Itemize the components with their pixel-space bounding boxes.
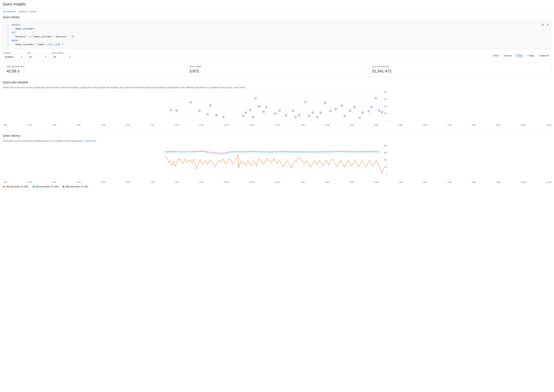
- svg-text:20s: 20s: [384, 112, 387, 114]
- scatter-dot[interactable]: [222, 116, 225, 118]
- copy-icon: ⧉: [542, 23, 544, 26]
- scatter-dot[interactable]: [361, 111, 364, 114]
- scatter-dot[interactable]: [292, 110, 294, 112]
- scatter-dot[interactable]: [370, 106, 373, 108]
- user-filter-select[interactable]: All ▾: [27, 54, 49, 59]
- code-line-6: 6 "demo_customer"."name"::text LIKE ?: [6, 42, 548, 46]
- scatter-dot[interactable]: [294, 116, 297, 118]
- stat-times-called-value: 3,872: [189, 69, 365, 73]
- query-latency-chart-wrapper: 80s 60s 40s 20s 0: [3, 145, 551, 183]
- scatter-dot[interactable]: [245, 111, 247, 114]
- close-icon: ✕: [547, 23, 549, 26]
- database-filter-label: Database: [3, 52, 24, 54]
- scatter-dot[interactable]: [308, 115, 310, 117]
- scatter-dot[interactable]: [375, 97, 377, 99]
- time-btn-7days[interactable]: 7 days: [525, 53, 536, 58]
- client-address-value: All: [53, 56, 56, 58]
- breadcrumb-prodtest[interactable]: prodtest: [19, 10, 27, 13]
- database-filter-value: postgres: [5, 56, 14, 58]
- scatter-dot[interactable]: [319, 111, 322, 114]
- scatter-dot[interactable]: [298, 114, 300, 117]
- scatter-dot[interactable]: [304, 101, 307, 103]
- breadcrumb: All instances › prodtest › Query: [0, 8, 554, 14]
- database-filter-select[interactable]: postgres ▾: [3, 54, 24, 59]
- scatter-dot[interactable]: [265, 106, 268, 109]
- scatter-dot[interactable]: [329, 110, 332, 112]
- client-address-chevron: ▾: [69, 56, 71, 58]
- stat-avg-rows-value: 31,341.472: [372, 69, 547, 73]
- scatter-dot[interactable]: [324, 102, 326, 104]
- time-btn-1day[interactable]: 1 day: [514, 53, 525, 58]
- main-content: Query details ⧉ ✕ 1 UPDATE 2 "demo_custo…: [0, 14, 554, 197]
- custom-chevron-icon: ▾: [548, 54, 549, 57]
- query-latency-title: Query latency: [3, 134, 551, 137]
- scatter-dot[interactable]: [175, 109, 178, 112]
- scatter-dot[interactable]: [311, 111, 314, 114]
- code-line-1: 1 UPDATE: [6, 23, 548, 27]
- scatter-dot[interactable]: [274, 112, 277, 115]
- section-divider: [3, 131, 551, 131]
- user-filter-group: User All ▾: [27, 52, 49, 59]
- scatter-dot[interactable]: [359, 116, 361, 119]
- database-filter-group: Database postgres ▾: [3, 52, 24, 59]
- legend-p95-dot: [33, 186, 35, 188]
- scatter-dot[interactable]: [341, 104, 343, 107]
- stat-avg-execution-label: Avg execution time: [7, 65, 182, 68]
- client-address-label: Client address: [51, 52, 73, 54]
- app-header: Query Insights: [0, 0, 554, 8]
- scatter-dot[interactable]: [343, 115, 346, 118]
- svg-text:0: 0: [386, 119, 387, 121]
- user-filter-label: User: [27, 52, 49, 54]
- scatter-dot[interactable]: [258, 105, 260, 108]
- scatter-dot[interactable]: [252, 116, 254, 118]
- time-btn-1hour[interactable]: 1 hour: [490, 53, 501, 58]
- legend-p99-label: 99th percentile: 67.109s: [65, 185, 88, 188]
- scatter-dot[interactable]: [263, 111, 265, 113]
- scatter-dot[interactable]: [189, 101, 192, 104]
- query-latency-learn-more[interactable]: Learn more: [85, 140, 97, 142]
- client-address-filter-group: Client address All ▾: [51, 52, 73, 59]
- scatter-dot[interactable]: [215, 114, 218, 117]
- copy-button[interactable]: ⧉: [541, 22, 544, 27]
- svg-text:80s: 80s: [384, 91, 387, 93]
- query-details-title: Query details: [3, 16, 551, 19]
- code-line-3: 3 SET: [6, 31, 548, 35]
- stat-times-called-label: Times called: [189, 65, 365, 68]
- legend-p95: 95th percentile: 67.109s: [33, 185, 58, 188]
- scatter-dot[interactable]: [198, 110, 201, 112]
- scatter-dot[interactable]: [278, 109, 281, 112]
- query-plan-learn-more[interactable]: Learn more: [233, 86, 245, 89]
- close-button[interactable]: ✕: [546, 22, 550, 27]
- scatter-dot[interactable]: [334, 108, 337, 110]
- svg-text:20s: 20s: [384, 166, 387, 168]
- legend-p99-dot: [63, 186, 64, 188]
- scatter-dot[interactable]: [170, 109, 172, 111]
- scatter-dot[interactable]: [206, 113, 209, 116]
- time-btn-custom[interactable]: Custom ▾: [537, 53, 551, 58]
- stats-row: Avg execution time 42.56 s Times called …: [3, 62, 551, 77]
- scatter-dot[interactable]: [249, 109, 252, 111]
- scatter-dot[interactable]: [378, 109, 381, 112]
- stat-avg-execution: Avg execution time 42.56 s: [3, 63, 186, 76]
- query-details-section: Query details ⧉ ✕ 1 UPDATE 2 "demo_custo…: [3, 16, 551, 49]
- svg-text:40s: 40s: [384, 159, 387, 161]
- breadcrumb-current: Query: [30, 10, 36, 13]
- query-editor: ⧉ ✕ 1 UPDATE 2 "demo_customer" 3 SET 4: [3, 21, 551, 49]
- legend-p50-dot: [3, 186, 5, 188]
- time-range-group: 1 hour 6 hours 1 day 7 days Custom ▾: [490, 53, 551, 58]
- legend-p50-label: 50th percentile: 52.009s: [6, 185, 28, 188]
- legend-p99: 99th percentile: 67.109s: [63, 185, 88, 188]
- scatter-dot[interactable]: [367, 110, 370, 112]
- scatter-dot[interactable]: [316, 116, 318, 118]
- breadcrumb-all-instances[interactable]: All instances: [3, 10, 16, 13]
- scatter-dot[interactable]: [285, 114, 287, 117]
- scatter-dot[interactable]: [242, 115, 244, 117]
- scatter-dot[interactable]: [209, 104, 212, 107]
- stat-avg-rows: Avg rows returned 31,341.472: [368, 63, 551, 76]
- time-btn-6hours[interactable]: 6 hours: [502, 53, 514, 58]
- scatter-dot[interactable]: [254, 97, 257, 100]
- scatter-dot[interactable]: [353, 106, 356, 109]
- scatter-dot[interactable]: [381, 111, 383, 113]
- client-address-select[interactable]: All ▾: [51, 54, 73, 59]
- scatter-dot[interactable]: [349, 110, 351, 112]
